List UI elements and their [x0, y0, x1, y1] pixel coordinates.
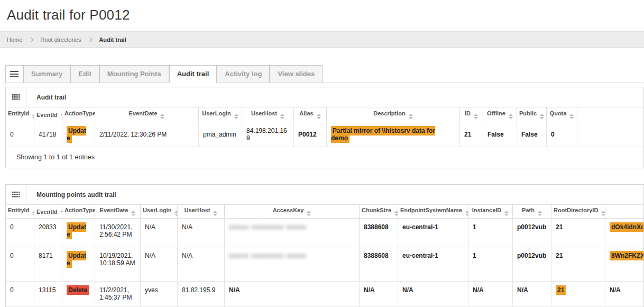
table-row: 020833Update11/30/2021, 2:56:42 PMN/AN/A… — [6, 219, 644, 247]
chevron-right-icon — [88, 37, 92, 41]
cell-public: False — [517, 122, 547, 147]
breadcrumb-root-directories[interactable]: Root directories — [40, 37, 81, 43]
cell-extra: N/A — [605, 282, 644, 306]
column-label: InstanceID — [472, 207, 502, 213]
column-header-instanceid[interactable]: InstanceID — [468, 205, 513, 219]
column-header-actiontype[interactable]: ActionType — [62, 107, 95, 122]
cell-path: N/A — [513, 282, 551, 306]
cell-userlogin: N/A — [141, 219, 178, 247]
sort-icon — [409, 114, 413, 119]
panel-title: Audit trail — [26, 87, 66, 107]
panel-mounting-points-audit-trail: Mounting points audit trail EntityIdEven… — [5, 184, 644, 307]
sort-icon — [538, 211, 542, 216]
cell-path: p0012vub — [513, 247, 551, 282]
access-key-redacted: xxxxx xxxxxxxx xxxxx — [229, 223, 307, 231]
cell-eventid: 41718 — [34, 122, 62, 147]
column-label: Quota — [550, 110, 567, 116]
column-header-entityid[interactable]: EntityId — [6, 107, 34, 122]
sort-icon — [394, 211, 398, 216]
column-label: ID — [465, 110, 471, 116]
sort-icon — [234, 114, 238, 119]
tab-view-slides[interactable]: View slides — [270, 65, 323, 83]
breadcrumb-home[interactable]: Home — [7, 37, 22, 43]
chevron-right-icon — [29, 37, 33, 41]
cell-accesskey: xxxxx xxxxxxxx xxxxx — [225, 219, 360, 247]
cell-eventdate: 2/11/2022, 12:30:26 PM — [95, 122, 199, 147]
column-header-entityid[interactable]: EntityId — [6, 205, 34, 219]
cell-chunksize: 8388608 — [360, 247, 398, 282]
panel-title: Mounting points audit trail — [26, 185, 116, 204]
tab-bar: Summary Edit Mounting Points Audit trail… — [5, 65, 644, 83]
tab-audit-trail[interactable]: Audit trail — [169, 65, 217, 83]
table-row: 013115Delete11/2/2021, 1:45:37 PMyves81.… — [6, 282, 644, 306]
cell-userhost: N/A — [178, 247, 225, 282]
cell-rootdirectoryid: 21 — [551, 219, 605, 247]
column-label: Path — [522, 207, 535, 213]
highlight-orange: dOk4idnXoG — [610, 222, 644, 232]
cell-accesskey: N/A — [225, 282, 360, 306]
column-header-eventid[interactable]: EventId — [34, 205, 62, 219]
column-label: ActionType — [65, 207, 95, 213]
filler-header — [577, 107, 643, 122]
column-header-userlogin[interactable]: UserLogin — [141, 205, 178, 219]
sort-icon — [569, 114, 574, 119]
column-header-quota[interactable]: Quota — [547, 107, 577, 122]
tab-activity-log[interactable]: Activity log — [217, 65, 270, 83]
column-label: Alias — [299, 110, 313, 116]
cell-userhost: N/A — [178, 219, 225, 247]
cell-entityid: 0 — [6, 219, 34, 247]
column-header-eventid[interactable]: EventId — [34, 107, 62, 122]
column-label: RootDirectoryID — [554, 207, 598, 213]
column-header-userlogin[interactable]: UserLogin — [199, 107, 242, 122]
column-header-public[interactable]: Public — [517, 107, 547, 122]
cell-userlogin: pma_admin — [199, 122, 242, 147]
tab-mounting-points[interactable]: Mounting Points — [99, 65, 169, 83]
cell-eventid: 13115 — [34, 282, 62, 306]
column-header-accesskey[interactable]: AccessKey — [225, 205, 360, 219]
column-header-userhost[interactable]: UserHost — [178, 205, 225, 219]
grid-handle-icon[interactable] — [6, 185, 26, 204]
column-header-endpointsystemname[interactable]: EndpointSystemName — [398, 205, 468, 219]
hamburger-icon — [10, 71, 19, 72]
cell-path: p0012vub — [513, 219, 551, 247]
column-header-chunksize[interactable]: ChunkSize — [360, 205, 398, 219]
column-header-path[interactable]: Path — [513, 205, 551, 219]
column-header-id[interactable]: ID — [460, 107, 483, 122]
highlight-orange: 21 — [556, 285, 566, 295]
cell-userlogin: N/A — [141, 247, 178, 282]
column-label: ChunkSize — [362, 207, 391, 213]
column-header-userhost[interactable]: UserHost — [242, 107, 294, 122]
sort-icon — [474, 114, 478, 119]
column-label: EndpointSystemName — [400, 207, 462, 213]
column-header-alias[interactable]: Alias — [294, 107, 327, 122]
sort-icon — [160, 114, 164, 119]
sort-icon — [509, 114, 513, 119]
cell-chunksize: N/A — [360, 282, 398, 306]
filler-cell — [577, 122, 643, 147]
sort-icon — [213, 211, 217, 216]
column-label: UserLogin — [143, 207, 171, 213]
panel-header: Mounting points audit trail — [6, 185, 643, 205]
cell-instanceid: 1 — [468, 247, 513, 282]
page-title: Audit trail for P0012 — [0, 0, 644, 23]
column-header-eventdate[interactable]: EventDate — [95, 205, 141, 219]
column-header-description[interactable]: Description — [327, 107, 460, 122]
cell-extra: dOk4idnXoG — [605, 219, 644, 247]
sort-icon — [280, 114, 284, 119]
menu-button[interactable] — [5, 65, 23, 83]
column-header-offline[interactable]: Offline — [483, 107, 517, 122]
column-header-actiontype[interactable]: ActionType — [62, 205, 95, 219]
cell-userhost: 81.82.195.9 — [178, 282, 225, 306]
grid-handle-icon[interactable] — [6, 87, 26, 107]
cell-actiontype: Update — [62, 247, 95, 282]
column-label: Public — [519, 110, 537, 116]
cell-accesskey: xxxxx xxxxxxxx xxxxx — [225, 247, 360, 282]
sort-icon — [504, 211, 509, 216]
tab-summary[interactable]: Summary — [23, 65, 70, 83]
cell-id: 21 — [460, 122, 483, 147]
tab-edit[interactable]: Edit — [70, 65, 99, 83]
column-label: AccessKey — [273, 207, 304, 213]
cell-alias: P0012 — [294, 122, 327, 147]
column-header-rootdirectoryid[interactable]: RootDirectoryID — [551, 205, 605, 219]
column-header-eventdate[interactable]: EventDate — [95, 107, 199, 122]
